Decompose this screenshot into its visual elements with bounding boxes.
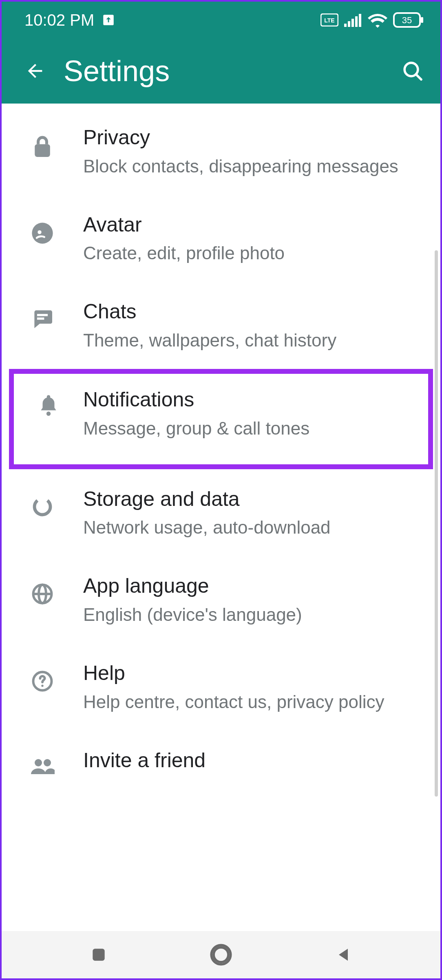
settings-item-chats[interactable]: Chats Theme, wallpapers, chat history (2, 282, 440, 369)
svg-rect-26 (93, 949, 104, 960)
status-time: 10:02 PM (24, 11, 94, 29)
item-subtitle: Block contacts, disappearing messages (83, 155, 412, 178)
settings-item-language[interactable]: App language English (device's language) (2, 556, 440, 643)
svg-point-23 (41, 685, 43, 687)
nav-home-button[interactable] (210, 944, 232, 966)
upload-icon (102, 13, 115, 27)
svg-rect-12 (35, 144, 50, 157)
item-subtitle: English (device's language) (83, 603, 412, 626)
arrow-left-icon (24, 60, 46, 82)
data-icon (32, 496, 53, 517)
svg-rect-15 (37, 314, 48, 316)
svg-rect-5 (351, 19, 354, 27)
svg-point-25 (44, 759, 51, 766)
settings-item-help[interactable]: Help Help centre, contact us, privacy po… (2, 643, 440, 731)
settings-item-storage[interactable]: Storage and data Network usage, auto-dow… (2, 469, 440, 556)
item-title: Help (83, 660, 412, 686)
item-title: Invite a friend (83, 748, 412, 773)
settings-item-invite[interactable]: Invite a friend (2, 731, 440, 778)
settings-list: Privacy Block contacts, disappearing mes… (2, 104, 440, 778)
svg-rect-9 (421, 17, 423, 23)
people-icon (30, 757, 55, 775)
globe-icon (31, 583, 53, 605)
nav-recents-button[interactable] (90, 946, 108, 964)
bell-icon (38, 393, 59, 417)
circle-icon (210, 944, 232, 966)
item-subtitle: Create, edit, profile photo (83, 241, 412, 265)
status-left: 10:02 PM (24, 11, 115, 29)
svg-point-14 (38, 230, 41, 234)
svg-rect-4 (348, 21, 350, 27)
search-icon (401, 60, 424, 82)
volte-icon: LTE (320, 13, 338, 26)
item-title: Privacy (83, 125, 412, 150)
svg-point-27 (214, 947, 228, 962)
item-subtitle: Theme, wallpapers, chat history (83, 329, 412, 352)
svg-rect-16 (37, 318, 44, 320)
square-icon (90, 946, 108, 964)
item-subtitle: Message, group & call tones (83, 417, 408, 440)
signal-icon (344, 13, 362, 27)
item-title: Avatar (83, 212, 412, 238)
svg-point-17 (46, 412, 51, 416)
back-button[interactable] (24, 60, 46, 82)
avatar-icon (31, 222, 54, 245)
item-title: Storage and data (83, 486, 412, 512)
svg-rect-6 (355, 16, 358, 27)
battery-text: 35 (402, 15, 412, 25)
item-title: Chats (83, 299, 412, 324)
svg-rect-3 (344, 24, 347, 27)
item-subtitle: Network usage, auto-download (83, 516, 412, 539)
svg-point-24 (35, 759, 42, 766)
help-icon (31, 670, 53, 692)
nav-back-button[interactable] (334, 946, 352, 964)
battery-icon: 35 (393, 12, 424, 28)
lock-icon (32, 135, 53, 159)
settings-item-notifications[interactable]: Notifications Message, group & call tone… (9, 369, 433, 469)
scrollbar[interactable] (435, 250, 438, 797)
settings-item-privacy[interactable]: Privacy Block contacts, disappearing mes… (2, 108, 440, 195)
svg-point-18 (32, 496, 53, 517)
search-button[interactable] (401, 60, 424, 82)
wifi-icon (368, 12, 387, 28)
app-bar: Settings (2, 38, 440, 104)
status-bar: 10:02 PM LTE 35 (2, 2, 440, 38)
system-nav-bar (2, 931, 440, 978)
triangle-left-icon (334, 946, 352, 964)
item-subtitle: Help centre, contact us, privacy policy (83, 690, 412, 713)
item-title: App language (83, 573, 412, 599)
svg-text:LTE: LTE (324, 17, 334, 24)
status-right: LTE 35 (320, 12, 424, 28)
svg-rect-7 (359, 14, 361, 27)
item-title: Notifications (83, 387, 408, 413)
page-title: Settings (64, 54, 383, 88)
settings-item-avatar[interactable]: Avatar Create, edit, profile photo (2, 195, 440, 282)
svg-point-13 (32, 223, 53, 243)
chat-icon (31, 309, 53, 328)
svg-line-11 (416, 74, 421, 79)
